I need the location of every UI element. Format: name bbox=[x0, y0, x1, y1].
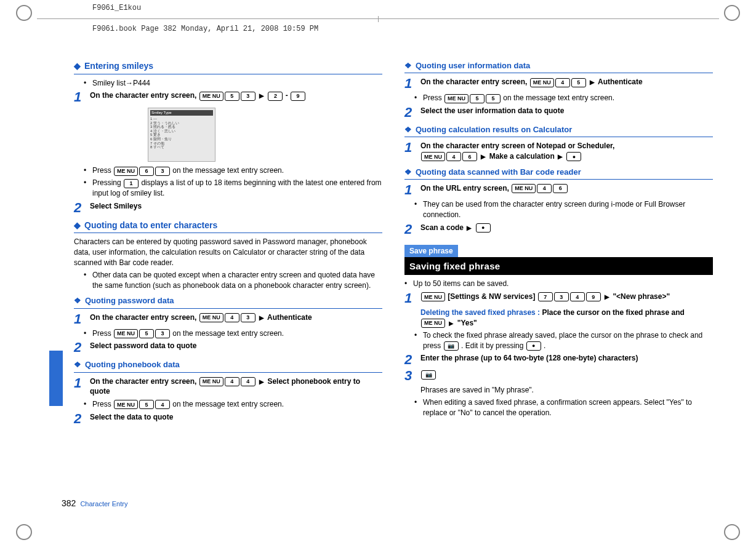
screenshot-line: 3 照れる・怒る bbox=[150, 125, 213, 129]
step-num: 2 bbox=[404, 106, 416, 119]
heading-entering-smileys: ◆ Entering smileys bbox=[74, 60, 382, 73]
key-4b: 4 bbox=[241, 377, 255, 386]
key-3: 3 bbox=[155, 329, 170, 338]
subhead-text: Quoting calculation results on Calculato… bbox=[416, 124, 572, 135]
step-num: 1 bbox=[404, 292, 416, 305]
key-center: ● bbox=[526, 341, 541, 351]
star-icon: ❖ bbox=[74, 359, 81, 370]
screenshot-line: 7 その他 bbox=[150, 141, 213, 146]
bullet-pressing-1: • Pressing 1 displays a list of up to 18… bbox=[84, 178, 382, 199]
step-1-savephrase: 1 ME NU [Settings & NW services] 7349 ▶ … bbox=[404, 292, 713, 305]
diamond-icon: ◆ bbox=[74, 220, 81, 232]
section-rule bbox=[74, 308, 382, 309]
bullet-tail: on the message text entry screen. bbox=[172, 166, 284, 175]
bullet-press-m55: • Press ME NU55 on the message text entr… bbox=[414, 93, 713, 103]
side-tab bbox=[49, 351, 63, 406]
step-text: On the character entry screen, bbox=[90, 91, 199, 100]
page-content: ◆ Entering smileys • Smiley list→P444 1 … bbox=[74, 55, 713, 502]
crop-mark-br bbox=[724, 524, 740, 540]
bullet-text: Press bbox=[92, 400, 113, 408]
key-4: 4 bbox=[225, 377, 239, 386]
screenshot-line: 8 すべて bbox=[150, 145, 213, 149]
bullet-dot: • bbox=[414, 199, 419, 220]
step-body: On the character entry screen, ME NU45 ▶… bbox=[420, 77, 713, 90]
bullet-text: When editing a saved fixed phrase, a con… bbox=[423, 397, 713, 418]
bullet-dot: • bbox=[414, 93, 419, 103]
step-text: On the character entry screen, bbox=[90, 377, 199, 386]
step-body: 📷 bbox=[420, 369, 713, 383]
key-5: 5 bbox=[225, 92, 239, 101]
bullet-tail: on the message text entry screen. bbox=[172, 329, 284, 338]
subhead-userinfo: ❖ Quoting user information data bbox=[404, 60, 713, 71]
bullet-dot: • bbox=[414, 330, 419, 351]
step-text: On the character entry screen, bbox=[420, 78, 529, 86]
paragraph: Characters can be entered by quoting pas… bbox=[74, 237, 382, 268]
bullet-body: Press ME NU55 on the message text entry … bbox=[423, 93, 614, 103]
key-menu: ME NU bbox=[114, 167, 138, 176]
key-9: 9 bbox=[291, 92, 305, 101]
star-icon: ❖ bbox=[404, 124, 412, 135]
step-body: On the character entry screen of Notepad… bbox=[420, 141, 713, 162]
triangle-icon: ▶ bbox=[449, 320, 454, 327]
bullet-upto50: • Up to 50 items can be saved. bbox=[404, 279, 713, 289]
step-body: ME NU [Settings & NW services] 7349 ▶ "<… bbox=[420, 292, 713, 305]
bullet-text-a: Pressing bbox=[92, 178, 123, 187]
bullet-text: Other data can be quoted except when a c… bbox=[92, 270, 382, 291]
crop-mark-tl bbox=[16, 5, 32, 21]
step-2-phonebook: 2 Select the data to quote bbox=[74, 412, 382, 426]
bullet-dot: • bbox=[84, 328, 89, 339]
step-num: 1 bbox=[404, 183, 416, 197]
step-1-smileys: 1 On the character entry screen, ME NU53… bbox=[74, 90, 382, 104]
make-calc: Make a calculation bbox=[489, 152, 555, 161]
page-footer: 382 Character Entry bbox=[62, 498, 127, 508]
screenshot-line: 1 --- bbox=[150, 117, 213, 121]
triangle-icon: ▶ bbox=[467, 225, 472, 231]
bullet-text: Up to 50 items can be saved. bbox=[413, 279, 509, 289]
section-rule bbox=[404, 179, 713, 180]
subhead-calculator: ❖ Quoting calculation results on Calcula… bbox=[404, 124, 713, 135]
bullet-body: Pressing 1 displays a list of up to 18 i… bbox=[92, 178, 382, 199]
step-text: On the URL entry screen, bbox=[420, 184, 511, 193]
triangle-icon: ▶ bbox=[481, 153, 486, 160]
key-4: 4 bbox=[570, 292, 585, 301]
key-3: 3 bbox=[554, 292, 569, 301]
step-num: 1 bbox=[404, 77, 416, 90]
step-2-savephrase: 2 Enter the phrase (up to 64 two-byte (1… bbox=[404, 353, 713, 367]
section-rule bbox=[74, 233, 382, 233]
bullet-press-m54: • Press ME NU54 on the message text entr… bbox=[84, 399, 382, 410]
key-2: 2 bbox=[268, 92, 283, 101]
key-menu: ME NU bbox=[421, 152, 445, 161]
key-menu: ME NU bbox=[421, 319, 445, 328]
top-crosshair bbox=[378, 16, 379, 22]
crop-mark-bl bbox=[16, 524, 32, 540]
key-center: ● bbox=[566, 152, 581, 161]
section-rule bbox=[404, 137, 713, 137]
delete-body: Place the cursor on the fixed phrase and bbox=[542, 308, 684, 317]
key-1: 1 bbox=[124, 179, 139, 188]
step-1-calc: 1 On the character entry screen of Notep… bbox=[404, 141, 713, 162]
key-menu: ME NU bbox=[199, 377, 223, 386]
star-icon: ❖ bbox=[74, 295, 81, 306]
triangle-icon: ▶ bbox=[590, 79, 595, 86]
right-column: ❖ Quoting user information data 1 On the… bbox=[404, 55, 713, 502]
key-5: 5 bbox=[470, 94, 485, 103]
triangle-icon: ▶ bbox=[259, 378, 264, 385]
footer-label: Character Entry bbox=[80, 500, 127, 507]
step-body: Enter the phrase (up to 64 two-byte (128… bbox=[420, 353, 713, 367]
bullet-tail: on the message text entry screen. bbox=[503, 93, 614, 102]
bullet-other-data: • Other data can be quoted except when a… bbox=[84, 270, 382, 291]
delete-yes: "Yes" bbox=[457, 319, 477, 327]
left-column: ◆ Entering smileys • Smiley list→P444 1 … bbox=[74, 55, 382, 502]
bullet-dot: • bbox=[84, 399, 89, 410]
screenshot-title: Smiley Type bbox=[150, 110, 213, 116]
bullet-press-m63: • Press ME NU63 on the message text entr… bbox=[84, 165, 382, 176]
step-1-phonebook: 1 On the character entry screen, ME NU44… bbox=[74, 376, 382, 397]
step-num: 2 bbox=[74, 412, 85, 426]
bullet-body: Press ME NU54 on the message text entry … bbox=[92, 399, 284, 410]
heading-text: Entering smileys bbox=[84, 60, 153, 73]
triangle-icon: ▶ bbox=[558, 153, 563, 160]
key-6: 6 bbox=[139, 167, 154, 176]
step-2-password: 2 Select password data to quote bbox=[74, 341, 382, 354]
doc-header: F906i_E1kou bbox=[92, 4, 141, 12]
key-4: 4 bbox=[155, 400, 170, 409]
